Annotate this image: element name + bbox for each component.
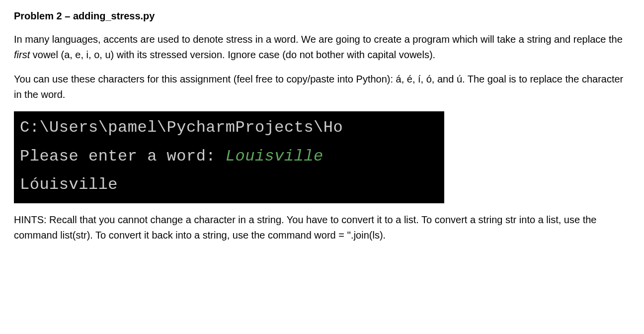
- terminal-user-input: Louisville: [226, 147, 323, 166]
- terminal-output: C:\Users\pamel\PycharmProjects\Ho Please…: [14, 111, 444, 203]
- paragraph-hints: HINTS: Recall that you cannot change a c…: [14, 212, 630, 243]
- terminal-prompt-line: Please enter a word: Louisville: [20, 144, 438, 169]
- para1-italic: first: [14, 49, 30, 60]
- para1-part1: In many languages, accents are used to d…: [14, 34, 623, 45]
- terminal-result: Lóuisville: [20, 172, 438, 197]
- para1-part2: vowel (a, e, i, o, u) with its stressed …: [30, 49, 435, 60]
- paragraph-1: In many languages, accents are used to d…: [14, 32, 630, 63]
- problem-heading: Problem 2 – adding_stress.py: [14, 9, 630, 23]
- terminal-path: C:\Users\pamel\PycharmProjects\Ho: [20, 115, 438, 140]
- terminal-prompt: Please enter a word:: [20, 147, 226, 166]
- paragraph-2: You can use these characters for this as…: [14, 72, 630, 102]
